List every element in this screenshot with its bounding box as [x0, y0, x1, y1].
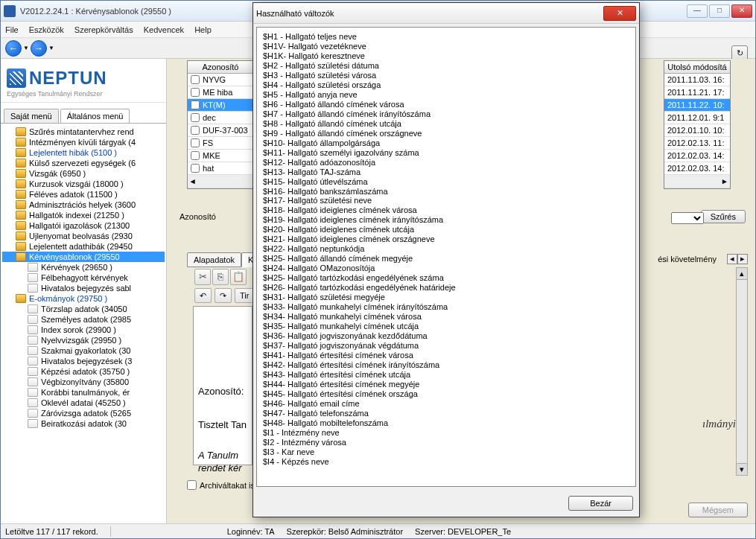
tab-kovetelmeny[interactable]: ési követelmény: [653, 252, 721, 266]
grid-row[interactable]: 2011.11.03. 16:: [664, 74, 730, 86]
variable-item[interactable]: $H47- Hallgató telefonszáma: [263, 409, 629, 418]
row-checkbox[interactable]: [191, 126, 200, 135]
variable-item[interactable]: $H42- Hallgató értesítési címének irányí…: [263, 360, 629, 370]
variable-item[interactable]: $H4 - Hallgató születési országa: [263, 80, 629, 90]
row-checkbox[interactable]: [191, 151, 200, 160]
grid-row[interactable]: FS: [188, 137, 253, 150]
tree-item[interactable]: Kérvénysablonok (29550: [2, 252, 165, 262]
grid-nav-left[interactable]: ◂: [188, 175, 253, 188]
grid-row[interactable]: hat: [188, 162, 253, 175]
grid-row[interactable]: 2012.02.13. 11:: [664, 137, 730, 150]
row-checkbox[interactable]: [191, 88, 200, 97]
menu-help[interactable]: Help: [194, 25, 212, 34]
copy-icon[interactable]: ⎘: [212, 269, 229, 285]
tree-item[interactable]: Féléves adatok (11500 ): [2, 189, 165, 200]
dialog-close-button[interactable]: ✕: [603, 6, 636, 21]
variable-item[interactable]: $H10- Hallgató állampolgársága: [263, 138, 629, 148]
tree-item[interactable]: Hallgatók indexei (21250 ): [2, 210, 165, 220]
tree-item[interactable]: Index sorok (29900 ): [2, 325, 165, 335]
tree-item[interactable]: Lejelentett adathibák (29450: [2, 241, 165, 252]
row-checkbox[interactable]: [191, 75, 200, 84]
filter-select[interactable]: [671, 212, 704, 224]
variable-item[interactable]: $H5 - Hallgató anyja neve: [263, 90, 629, 100]
variable-item[interactable]: $H48- Hallgató mobiltelefonszáma: [263, 418, 629, 428]
tree-item[interactable]: Törzslap adatok (34050: [2, 304, 165, 314]
grid-row[interactable]: 2012.01.10. 10:: [664, 124, 730, 137]
variable-item[interactable]: $H41- Hallgató értesítési címének városa: [263, 351, 629, 360]
variable-item[interactable]: $H20- Hallgató ideiglenes címének utcája: [263, 225, 629, 235]
variable-item[interactable]: $H3 - Hallgató születési városa: [263, 71, 629, 80]
tree-item[interactable]: Hallgatói igazolások (21300: [2, 220, 165, 231]
variable-item[interactable]: $I3 - Kar neve: [263, 447, 629, 457]
tree-item[interactable]: Vizsgák (6950 ): [2, 168, 165, 179]
back-button[interactable]: ←: [5, 40, 22, 57]
variable-item[interactable]: $H36- Hallgató jogviszonyának kezdődátum…: [263, 331, 629, 341]
tree-item[interactable]: E-okmányok (29750 ): [2, 293, 165, 304]
variable-item[interactable]: $H9 - Hallgató állandó címének országnev…: [263, 129, 629, 138]
variable-item[interactable]: $H35- Hallgató munkahelyi címének utcája: [263, 322, 629, 331]
tab-alapadatok[interactable]: Alapadatok: [187, 252, 241, 267]
variable-item[interactable]: $H26- Hallgató tartózkodási engedélyének…: [263, 283, 629, 293]
variable-item[interactable]: $H37- Hallgató jogviszonyának végdátuma: [263, 341, 629, 351]
tree-item[interactable]: Ujlenyomat beolvasás (2930: [2, 231, 165, 241]
variable-item[interactable]: $I4 - Képzés neve: [263, 457, 629, 467]
paste-icon[interactable]: 📋: [230, 269, 247, 285]
tree-item[interactable]: Záróvizsga adatok (5265: [2, 408, 165, 418]
variable-item[interactable]: $I2 - Intézmény városa: [263, 438, 629, 447]
grid-row[interactable]: 2011.11.21. 17:: [664, 86, 730, 99]
menu-file[interactable]: File: [5, 25, 19, 34]
tree-item[interactable]: Korábbi tanulmányok, ér: [2, 387, 165, 398]
tree-item[interactable]: Végbizonyítvány (35800: [2, 377, 165, 387]
grid-row[interactable]: 2012.02.03. 14:: [664, 162, 730, 175]
variable-item[interactable]: $H19- Hallgató ideiglenes címének irányí…: [263, 215, 629, 225]
variable-item[interactable]: $H25- Hallgató állandó címének megyéje: [263, 254, 629, 264]
menu-fav[interactable]: Kedvencek: [144, 25, 184, 34]
variable-item[interactable]: $H17- Hallgató születési neve: [263, 196, 629, 205]
nav-tree[interactable]: Szűrés mintatantervhez rendIntézményen k…: [1, 124, 166, 525]
row-checkbox[interactable]: [191, 113, 200, 122]
tree-item[interactable]: Személyes adatok (2985: [2, 314, 165, 325]
tree-item[interactable]: Kérvények (29650 ): [2, 262, 165, 272]
filter-button[interactable]: Szűrés: [701, 210, 746, 223]
grid-row[interactable]: 2011.11.22. 10:: [664, 99, 730, 112]
variable-item[interactable]: $H44- Hallgató értesítési címének megyéj…: [263, 380, 629, 389]
variable-item[interactable]: $H24- Hallgató OMazonosítója: [263, 264, 629, 273]
tab-scroll-left-icon[interactable]: ◂: [727, 254, 737, 264]
variable-item[interactable]: $H33- Hallgató munkahelyi címének irányí…: [263, 302, 629, 312]
row-checkbox[interactable]: [191, 164, 200, 173]
variable-item[interactable]: $H8 - Hallgató állandó címének utcája: [263, 119, 629, 129]
tree-item[interactable]: Szűrés mintatantervhez rend: [2, 127, 165, 137]
variable-item[interactable]: $H18- Hallgató ideiglenes címének városa: [263, 205, 629, 215]
grid-row[interactable]: MKE: [188, 150, 253, 162]
tree-item[interactable]: Hivatalos bejegyzések (3: [2, 356, 165, 366]
row-checkbox[interactable]: [191, 138, 200, 147]
variable-item[interactable]: $H43- Hallgató értesítési címének utcája: [263, 370, 629, 380]
grid-row[interactable]: 2011.12.01. 9:1: [664, 112, 730, 124]
variable-item[interactable]: $H1 - Hallgató teljes neve: [263, 32, 629, 42]
dialog-close-btn[interactable]: Bezár: [568, 496, 633, 511]
grid-header[interactable]: Azonosító: [188, 61, 253, 74]
variable-item[interactable]: $I1 - Intézmény neve: [263, 428, 629, 438]
variable-item[interactable]: $H6 - Hallgató állandó címének városa: [263, 100, 629, 109]
tree-item[interactable]: Külső szervezeti egységek (6: [2, 158, 165, 168]
variable-item[interactable]: $H45- Hallgató értesítési címének ország…: [263, 389, 629, 399]
variable-item[interactable]: $H7 - Hallgató állandó címének irányítós…: [263, 109, 629, 119]
grid-row[interactable]: 2012.02.03. 14:: [664, 150, 730, 162]
tree-item[interactable]: Képzési adatok (35750 ): [2, 366, 165, 377]
menu-role[interactable]: Szerepkörváltás: [74, 25, 133, 34]
tree-item[interactable]: Kurzusok vizsgái (18000 ): [2, 179, 165, 189]
variable-item[interactable]: $H12- Hallgató adóazonosítója: [263, 158, 629, 168]
format-button[interactable]: Tir: [235, 288, 254, 303]
grid-row[interactable]: DUF-37-003: [188, 124, 253, 137]
grid-nav-right[interactable]: ▸: [664, 175, 730, 188]
undo-icon[interactable]: ↶: [194, 288, 212, 303]
tab-own-menu[interactable]: Saját menü: [4, 109, 59, 123]
tree-item[interactable]: Oklevél adatai (45250 ): [2, 398, 165, 408]
variable-item[interactable]: $H16- Hallgató bankszámlaszáma: [263, 187, 629, 197]
forward-button[interactable]: →: [31, 40, 47, 57]
grid-row[interactable]: NYVG: [188, 74, 253, 86]
close-button[interactable]: ✕: [731, 4, 752, 18]
minimize-button[interactable]: —: [687, 4, 708, 18]
grid-header-date[interactable]: Utolsó módosítá: [664, 61, 730, 74]
variable-item[interactable]: $H31- Hallgató születési megyéje: [263, 293, 629, 302]
